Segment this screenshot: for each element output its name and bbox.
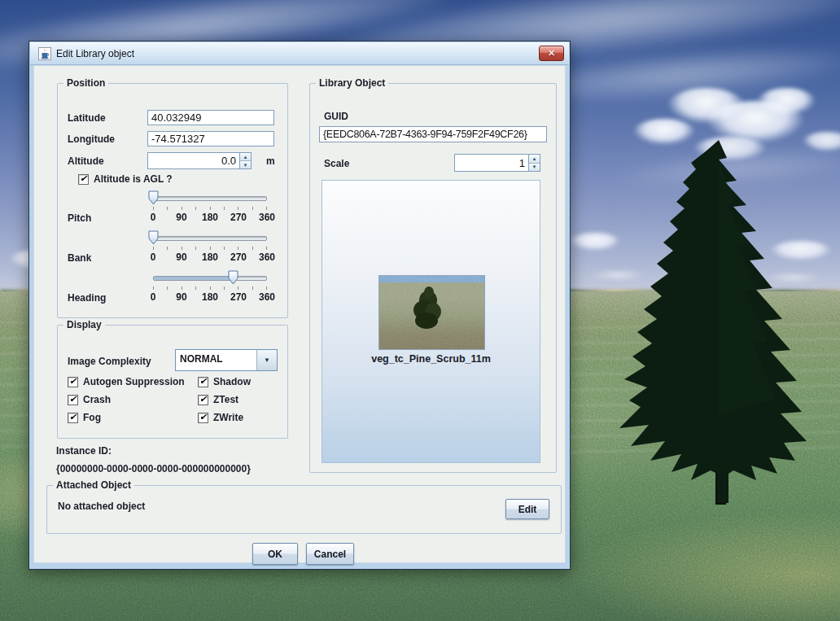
heading-label: Heading xyxy=(68,292,106,304)
check-icon: ✔ xyxy=(199,377,207,386)
heading-slider-ticks xyxy=(153,286,267,290)
crash-checkbox[interactable]: ✔ Crash xyxy=(68,394,111,405)
close-button[interactable]: ✕ xyxy=(539,46,564,61)
attached-object-status: No attached object xyxy=(58,501,145,512)
altitude-spin-buttons: ▲ ▼ xyxy=(239,152,252,169)
object-name-caption: veg_tc_Pine_Scrub_11m xyxy=(322,353,540,365)
pitch-slider-track xyxy=(153,196,267,201)
java-cup-icon xyxy=(38,47,51,60)
ztest-checkbox[interactable]: ✔ ZTest xyxy=(198,394,238,405)
arrow-up-icon: ▲ xyxy=(243,155,248,160)
scale-spin-down-button[interactable]: ▼ xyxy=(529,164,540,172)
instance-id-label: Instance ID: xyxy=(56,445,112,457)
bank-label: Bank xyxy=(68,252,91,264)
guid-field[interactable] xyxy=(319,126,547,142)
attached-object-panel: Attached Object No attached object Edit xyxy=(46,485,562,534)
library-object-panel-title: Library Object xyxy=(316,77,388,89)
edit-button[interactable]: Edit xyxy=(505,499,549,519)
display-panel: Display Image Complexity NORMAL ▼ ✔ Auto… xyxy=(57,325,288,439)
pitch-slider[interactable]: 090180270360 xyxy=(153,190,267,228)
check-icon: ✔ xyxy=(199,413,207,422)
shadow-checkbox[interactable]: ✔ Shadow xyxy=(198,376,251,387)
image-complexity-combobox[interactable]: NORMAL ▼ xyxy=(175,349,278,371)
heading-slider-thumb[interactable] xyxy=(228,270,238,285)
pitch-slider-thumb[interactable] xyxy=(148,190,159,205)
bank-slider[interactable]: 090180270360 xyxy=(153,230,267,268)
check-icon: ✔ xyxy=(69,395,77,404)
bank-slider-thumb[interactable] xyxy=(148,230,159,245)
edit-library-object-dialog: Edit Library object ✕ Position Latitude … xyxy=(28,41,571,570)
scale-spinner: ▲ ▼ xyxy=(454,154,540,172)
agl-checkbox-label: Altitude is AGL ? xyxy=(94,173,173,185)
pitch-slider-tick-labels: 090180270360 xyxy=(153,212,267,224)
agl-checkbox-box: ✔ xyxy=(78,174,89,185)
cumulus-cloud xyxy=(757,88,816,116)
pitch-label: Pitch xyxy=(68,212,91,224)
check-icon: ✔ xyxy=(80,174,87,183)
scrub-bush-image xyxy=(379,276,485,350)
chevron-down-icon: ▼ xyxy=(256,350,277,370)
check-icon: ✔ xyxy=(69,413,77,422)
altitude-spin-up-button[interactable]: ▲ xyxy=(240,153,251,161)
scale-label: Scale xyxy=(324,158,349,169)
library-object-panel: Library Object GUID Scale ▲ ▼ xyxy=(309,83,557,473)
position-panel-title: Position xyxy=(63,77,108,89)
heading-slider[interactable]: 090180270360 xyxy=(153,270,267,308)
dialog-body: Position Latitude Longitude Altitude ▲ ▼… xyxy=(33,65,566,563)
arrow-down-icon: ▼ xyxy=(532,164,537,169)
altitude-label: Altitude xyxy=(68,155,104,167)
attached-object-panel-title: Attached Object xyxy=(53,479,134,491)
dialog-title: Edit Library object xyxy=(56,48,539,59)
agl-checkbox[interactable]: ✔ Altitude is AGL ? xyxy=(78,173,173,185)
bank-slider-track xyxy=(153,236,267,241)
scale-spin-buttons: ▲ ▼ xyxy=(528,154,540,172)
scale-field[interactable] xyxy=(454,154,528,172)
cancel-button[interactable]: Cancel xyxy=(306,543,354,565)
zwrite-checkbox[interactable]: ✔ ZWrite xyxy=(198,412,243,423)
instance-id-value: {00000000-0000-0000-0000-000000000000} xyxy=(56,463,251,474)
image-complexity-value: NORMAL xyxy=(176,350,256,370)
bank-slider-ticks xyxy=(153,247,267,250)
altitude-unit-label: m xyxy=(266,155,275,167)
latitude-field[interactable] xyxy=(147,110,274,125)
arrow-up-icon: ▲ xyxy=(532,156,537,161)
guid-label: GUID xyxy=(324,111,348,122)
heading-slider-tick-labels: 090180270360 xyxy=(153,291,267,304)
ok-button[interactable]: OK xyxy=(252,543,298,565)
check-icon: ✔ xyxy=(199,395,207,404)
position-panel: Position Latitude Longitude Altitude ▲ ▼… xyxy=(57,83,288,318)
pine-tree xyxy=(597,138,818,505)
altitude-field[interactable] xyxy=(147,152,239,169)
close-icon: ✕ xyxy=(548,48,555,58)
scale-spin-up-button[interactable]: ▲ xyxy=(529,155,540,164)
altitude-spinner: ▲ ▼ xyxy=(147,152,252,169)
fog-checkbox[interactable]: ✔ Fog xyxy=(68,412,101,423)
dialog-titlebar[interactable]: Edit Library object ✕ xyxy=(30,42,569,65)
autogen-suppression-checkbox[interactable]: ✔ Autogen Suppression xyxy=(68,376,185,387)
altitude-spin-down-button[interactable]: ▼ xyxy=(240,161,251,168)
latitude-label: Latitude xyxy=(68,112,106,124)
display-panel-title: Display xyxy=(63,319,105,330)
arrow-down-icon: ▼ xyxy=(243,163,248,168)
object-thumbnail xyxy=(378,275,485,350)
longitude-label: Longitude xyxy=(68,133,115,145)
heading-slider-track xyxy=(153,276,267,281)
check-icon: ✔ xyxy=(69,377,77,386)
bank-slider-tick-labels: 090180270360 xyxy=(153,251,267,264)
image-complexity-label: Image Complexity xyxy=(68,356,151,367)
pitch-slider-ticks xyxy=(153,207,267,210)
object-preview-panel: veg_tc_Pine_Scrub_11m xyxy=(322,180,540,463)
longitude-field[interactable] xyxy=(147,131,274,147)
